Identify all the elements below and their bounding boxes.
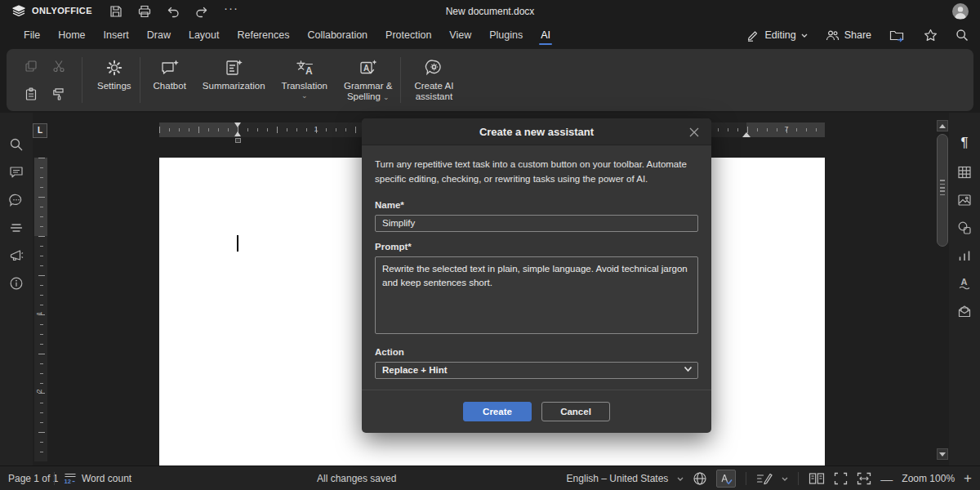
fit-to-width-icon[interactable] — [857, 472, 871, 485]
editing-mode-button[interactable]: Editing — [746, 29, 807, 42]
ruler-ticks-major — [38, 158, 45, 461]
track-changes-chevron-icon[interactable] — [782, 477, 788, 481]
hanging-indent-marker[interactable] — [234, 131, 241, 136]
tab-stop-selector[interactable]: L — [33, 123, 47, 138]
menu-tabs: File Home Insert Draw Layout References … — [15, 24, 559, 46]
shape-settings-icon[interactable] — [957, 220, 972, 235]
tab-references[interactable]: References — [228, 24, 298, 46]
document-mode-controls: Editing Share — [746, 23, 969, 47]
headings-icon[interactable] — [9, 220, 24, 235]
two-page-view-icon[interactable] — [808, 472, 825, 485]
tab-home[interactable]: Home — [49, 24, 94, 46]
cancel-button[interactable]: Cancel — [541, 402, 610, 421]
clipboard-group — [24, 60, 65, 100]
chat-icon[interactable] — [9, 193, 24, 207]
ruler-label: 1 — [35, 311, 43, 315]
scroll-down-button[interactable] — [937, 448, 948, 460]
editing-mode-label: Editing — [764, 29, 795, 41]
cut-icon[interactable] — [52, 60, 65, 73]
left-panel-bar — [0, 113, 33, 466]
assistant-prompt-textarea[interactable]: Rewrite the selected text in plain, simp… — [375, 256, 698, 334]
tab-insert[interactable]: Insert — [95, 24, 138, 46]
chart-settings-icon[interactable] — [957, 248, 972, 263]
scrollbar-thumb[interactable] — [937, 134, 948, 247]
set-language-globe-icon[interactable] — [693, 471, 707, 486]
grammar-chevron-icon: ⌄ — [383, 93, 390, 101]
find-icon[interactable] — [9, 137, 24, 152]
info-icon[interactable] — [9, 276, 24, 291]
vertical-ruler[interactable]: 1 2 — [34, 158, 47, 461]
right-indent-marker[interactable] — [742, 132, 751, 137]
dialog-body: Turn any repetitive text task into a cus… — [362, 145, 711, 379]
print-icon[interactable] — [137, 4, 152, 19]
ai-settings-button[interactable]: Settings — [89, 52, 140, 108]
open-file-location-icon[interactable] — [889, 29, 906, 42]
language-chevron-icon[interactable] — [677, 477, 684, 481]
statusbar-separator — [54, 472, 55, 485]
first-line-indent-marker[interactable] — [234, 122, 241, 127]
redo-icon[interactable] — [194, 4, 209, 19]
scroll-up-button[interactable] — [937, 120, 948, 131]
statusbar-right-controls: English – United States — Zoom 100% + — [567, 466, 972, 490]
create-ai-assistant-icon — [425, 59, 443, 77]
tab-file[interactable]: File — [15, 24, 49, 46]
format-painter-icon[interactable] — [52, 87, 65, 100]
create-ai-assistant-button[interactable]: Create AI assistant — [406, 52, 461, 108]
feedback-icon[interactable] — [9, 248, 24, 263]
assistant-name-input[interactable] — [375, 215, 698, 232]
fit-to-page-icon[interactable] — [834, 472, 848, 485]
svg-text:A: A — [305, 65, 313, 77]
summarization-label: Summarization — [203, 81, 265, 91]
translation-button[interactable]: A Translation ⌄ — [274, 52, 336, 108]
name-field-label: Name* — [375, 200, 698, 210]
toolbar-separator — [400, 57, 401, 103]
zoom-out-button[interactable]: — — [880, 472, 893, 486]
copy-icon[interactable] — [24, 60, 38, 73]
grammar-spelling-button[interactable]: A Grammar & Spelling ⌄ — [336, 52, 400, 108]
word-count-icon[interactable]: 12 — [64, 472, 77, 485]
people-icon — [826, 29, 840, 42]
paragraph-settings-icon[interactable]: ¶ — [957, 136, 972, 150]
tab-plugins[interactable]: Plugins — [480, 24, 532, 46]
more-actions-icon[interactable]: ··· — [224, 1, 238, 16]
mail-merge-icon[interactable] — [957, 304, 972, 318]
save-icon[interactable] — [109, 4, 123, 19]
image-settings-icon[interactable] — [957, 193, 972, 207]
create-ai-label-line2: assistant — [416, 91, 452, 102]
word-count-button[interactable]: Word count — [82, 466, 131, 490]
tab-draw[interactable]: Draw — [138, 24, 180, 46]
zoom-level[interactable]: Zoom 100% — [902, 473, 955, 484]
toolbar-separator — [140, 57, 140, 103]
tab-view[interactable]: View — [440, 24, 480, 46]
language-selector[interactable]: English – United States — [567, 473, 669, 484]
dialog-header[interactable]: Create a new assistant — [362, 118, 711, 145]
search-icon[interactable] — [956, 29, 969, 42]
zoom-in-button[interactable]: + — [964, 470, 972, 487]
text-art-settings-icon[interactable]: A — [957, 276, 972, 291]
track-changes-icon[interactable] — [756, 472, 773, 485]
title-bar: ONLYOFFICE ··· New document.docx — [0, 0, 980, 23]
paste-icon[interactable] — [24, 87, 38, 100]
spell-check-icon — [719, 473, 733, 485]
share-button[interactable]: Share — [826, 29, 871, 42]
user-avatar[interactable] — [952, 3, 969, 20]
create-button[interactable]: Create — [463, 402, 532, 421]
left-indent-marker[interactable] — [235, 138, 241, 143]
table-settings-icon[interactable] — [957, 165, 972, 180]
ruler-label: 1 — [312, 125, 320, 133]
undo-icon[interactable] — [166, 4, 180, 19]
tab-ai[interactable]: AI — [532, 24, 559, 46]
dialog-close-button[interactable] — [684, 118, 704, 145]
vertical-scrollbar[interactable] — [936, 113, 949, 466]
spell-checking-toggle[interactable] — [716, 470, 736, 488]
action-select[interactable]: Replace + Hint — [375, 362, 698, 379]
chatbot-button[interactable]: Chatbot — [145, 52, 194, 108]
tab-collaboration[interactable]: Collaboration — [298, 24, 376, 46]
svg-text:12: 12 — [65, 478, 71, 485]
summarization-button[interactable]: Summarization — [194, 52, 274, 108]
grammar-label-line1: Grammar & — [344, 81, 392, 91]
favorite-star-icon[interactable] — [924, 29, 938, 42]
tab-layout[interactable]: Layout — [180, 24, 229, 46]
comments-icon[interactable] — [9, 165, 24, 180]
tab-protection[interactable]: Protection — [376, 24, 440, 46]
